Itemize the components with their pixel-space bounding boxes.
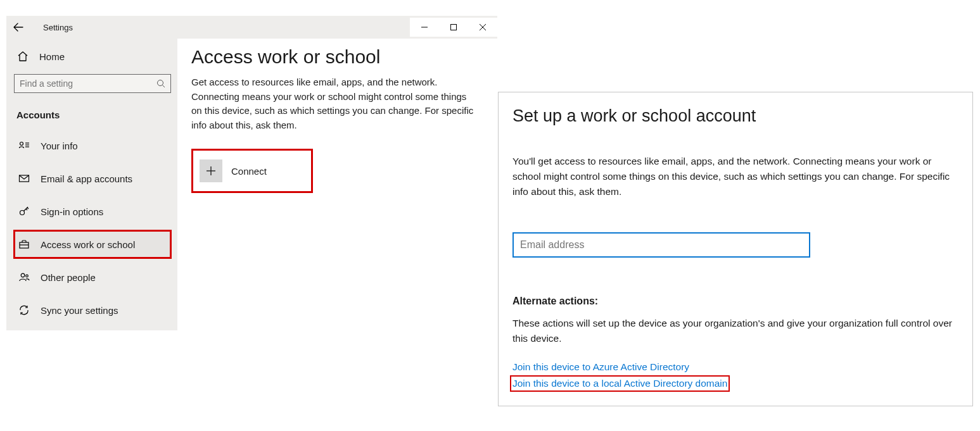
search-input[interactable]	[20, 78, 156, 89]
setup-dialog: Set up a work or school account You'll g…	[498, 92, 973, 406]
svg-line-3	[163, 85, 165, 88]
sidebar-item-access-work-school[interactable]: Access work or school	[14, 230, 171, 258]
minimize-icon	[421, 23, 428, 31]
svg-point-2	[158, 80, 163, 86]
home-icon	[16, 50, 29, 63]
connect-button[interactable]: Connect	[191, 149, 313, 193]
svg-point-13	[26, 275, 29, 277]
close-button[interactable]	[468, 18, 497, 37]
sidebar-item-label: Email & app accounts	[41, 173, 132, 184]
arrow-left-icon	[13, 22, 23, 32]
svg-point-12	[21, 273, 25, 277]
page-description: Get access to resources like email, apps…	[191, 75, 480, 132]
content-pane: Access work or school Get access to reso…	[177, 39, 497, 330]
mail-icon	[18, 172, 30, 185]
link-join-azure-ad[interactable]: Join this device to Azure Active Directo…	[512, 361, 689, 373]
sidebar-item-label: Access work or school	[41, 239, 135, 250]
alternate-actions-description: These actions will set up the device as …	[512, 316, 958, 346]
minimize-button[interactable]	[410, 18, 439, 37]
settings-window: Settings Home Accoun	[6, 16, 497, 330]
sidebar-item-other-people[interactable]: Other people	[14, 263, 171, 291]
svg-rect-1	[451, 25, 457, 30]
sync-icon	[18, 304, 30, 316]
svg-point-4	[20, 142, 23, 146]
home-nav[interactable]: Home	[14, 46, 171, 69]
page-title: Access work or school	[191, 46, 480, 68]
link-join-local-ad[interactable]: Join this device to a local Active Direc…	[512, 378, 727, 389]
person-card-icon	[18, 139, 30, 152]
back-button[interactable]	[13, 22, 24, 33]
dialog-description: You'll get access to resources like emai…	[512, 154, 958, 199]
briefcase-icon	[18, 238, 30, 251]
sidebar: Home Accounts Your info Email & app acco…	[6, 39, 177, 330]
svg-point-9	[20, 211, 25, 215]
maximize-button[interactable]	[439, 18, 468, 37]
connect-label: Connect	[231, 166, 267, 177]
maximize-icon	[450, 23, 457, 31]
sidebar-item-sync-settings[interactable]: Sync your settings	[14, 296, 171, 324]
window-title: Settings	[43, 23, 73, 32]
titlebar: Settings	[6, 16, 497, 39]
dialog-title: Set up a work or school account	[512, 106, 958, 126]
category-heading: Accounts	[14, 107, 171, 127]
sidebar-item-email-accounts[interactable]: Email & app accounts	[14, 165, 171, 192]
people-icon	[18, 271, 30, 284]
search-icon	[156, 79, 165, 88]
plus-icon	[200, 159, 222, 182]
alternate-actions-heading: Alternate actions:	[512, 296, 958, 307]
sidebar-item-label: Your info	[41, 141, 78, 151]
home-label: Home	[39, 51, 65, 62]
sidebar-item-label: Sign-in options	[41, 206, 103, 217]
sidebar-item-label: Other people	[41, 272, 96, 283]
sidebar-item-your-info[interactable]: Your info	[14, 132, 171, 159]
sidebar-item-label: Sync your settings	[41, 305, 118, 316]
key-icon	[18, 205, 30, 218]
email-field[interactable]	[512, 232, 810, 258]
sidebar-item-signin-options[interactable]: Sign-in options	[14, 197, 171, 225]
close-icon	[479, 23, 487, 31]
search-input-wrap[interactable]	[14, 74, 171, 93]
